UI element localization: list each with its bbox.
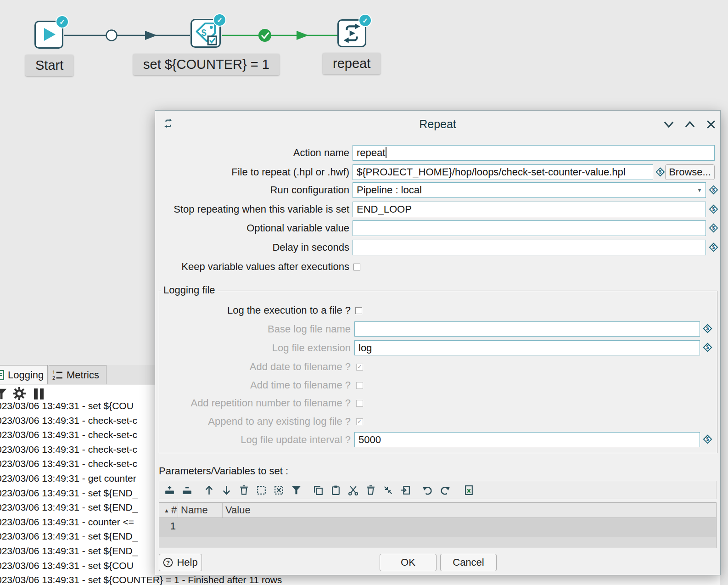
base-log-name-input[interactable] [354, 321, 700, 337]
copy-rows-icon[interactable] [313, 484, 324, 496]
base-log-name-label: Base log file name [155, 321, 351, 337]
svg-text:$: $ [712, 244, 715, 250]
column-separator [178, 503, 178, 518]
file-to-repeat-input[interactable]: ${PROJECT_HOME}/hop/loops/check-set-coun… [353, 164, 653, 180]
insert-row-icon[interactable] [164, 484, 175, 496]
copy-row-to-others-icon[interactable] [400, 484, 411, 496]
variable-icon[interactable]: $ [709, 223, 718, 233]
paste-rows-icon[interactable] [330, 484, 342, 496]
svg-text:$: $ [712, 187, 715, 192]
column-separator [222, 503, 223, 518]
action-name-input[interactable]: repeat [353, 145, 715, 161]
table-empty-area[interactable] [159, 537, 717, 548]
svg-text:$: $ [706, 344, 709, 350]
update-interval-label: Log file update interval ? [155, 432, 351, 448]
delay-seconds-label: Delay in seconds [155, 240, 349, 255]
pause-log-icon[interactable] [34, 388, 38, 399]
svg-text:$: $ [706, 326, 709, 331]
delete-rows-icon[interactable] [365, 484, 376, 496]
move-up-icon[interactable] [203, 484, 215, 496]
stop-variable-input[interactable]: END_LOOP [353, 202, 706, 217]
log-settings-gear-icon[interactable] [12, 386, 27, 401]
column-header-value[interactable]: Value [225, 503, 251, 518]
repeat-dialog: Repeat Action name repeat File to repeat… [155, 110, 721, 575]
clear-rows-icon[interactable] [238, 484, 250, 496]
append-existing-checkbox[interactable] [356, 418, 363, 425]
column-header-name[interactable]: Name [181, 503, 208, 518]
keep-selected-icon[interactable] [382, 484, 394, 496]
set-variables-action-node[interactable]: $ ✓ [190, 19, 221, 48]
delete-row-icon[interactable] [181, 484, 193, 496]
canvas-right-margin [720, 0, 728, 585]
optional-value-label: Optional variable value [155, 220, 349, 236]
maximize-dialog-icon[interactable] [684, 118, 696, 130]
keep-values-checkbox[interactable] [353, 264, 360, 270]
variable-icon[interactable]: $ [709, 242, 718, 252]
log-extension-input[interactable]: log [354, 340, 700, 355]
play-icon [44, 28, 56, 41]
tab-metrics[interactable]: 1 2 Metrics [49, 365, 106, 384]
add-date-label: Add date to filename ? [155, 359, 351, 375]
dialog-title: Repeat [155, 111, 720, 135]
arrowhead-icon [297, 31, 308, 40]
table-row[interactable]: 1 [159, 518, 717, 537]
variable-icon[interactable]: $ [655, 167, 665, 177]
pause-log-icon-bar[interactable] [40, 388, 44, 399]
column-header-num[interactable]: # [171, 503, 177, 518]
browse-button[interactable]: Browse... [665, 164, 715, 180]
repeat-action-label[interactable]: repeat [323, 53, 381, 74]
svg-text:2: 2 [52, 375, 55, 381]
row-number: 1 [159, 520, 176, 532]
logging-tab-icon [0, 370, 5, 381]
repeat-action-node[interactable]: ✓ [337, 19, 366, 47]
variable-icon[interactable]: $ [709, 185, 718, 195]
parameters-toolbar [159, 481, 717, 499]
add-date-checkbox[interactable] [356, 364, 363, 371]
cut-rows-icon[interactable] [347, 484, 359, 496]
add-time-label: Add time to filename ? [155, 377, 351, 393]
stop-variable-label: Stop repeating when this variable is set [155, 202, 349, 217]
redo-icon[interactable] [439, 484, 451, 496]
metrics-tab-icon: 1 2 [52, 370, 63, 381]
update-interval-input[interactable]: 5000 [354, 432, 700, 447]
svg-text:$: $ [712, 225, 715, 231]
text-cursor [386, 147, 386, 158]
move-down-icon[interactable] [221, 484, 232, 496]
add-repetition-checkbox[interactable] [356, 400, 363, 407]
start-action-label[interactable]: Start [25, 55, 73, 76]
sort-ascending-icon[interactable]: ▲ [164, 503, 169, 518]
success-check-badge: ✓ [56, 15, 69, 28]
select-all-icon[interactable] [256, 484, 267, 496]
log-filter-icon[interactable] [0, 387, 8, 401]
log-extension-label: Log file extension [155, 340, 351, 356]
run-configuration-combo[interactable]: Pipeline : local ▼ [353, 182, 706, 198]
ok-button[interactable]: OK [380, 554, 437, 571]
success-check-badge: ✓ [358, 14, 372, 27]
minimize-dialog-icon[interactable] [663, 118, 675, 130]
optional-value-input[interactable] [353, 220, 706, 236]
variable-icon[interactable]: $ [703, 324, 712, 333]
variable-icon[interactable]: $ [703, 343, 712, 352]
success-check-badge: ✓ [213, 13, 226, 27]
set-counter-action-label[interactable]: set ${COUNTER} = 1 [133, 54, 280, 75]
log-to-file-checkbox[interactable] [355, 307, 362, 314]
run-configuration-label: Run configuration [155, 182, 349, 198]
undo-icon[interactable] [422, 484, 433, 496]
cancel-button[interactable]: Cancel [440, 554, 497, 571]
svg-text:$: $ [712, 206, 715, 212]
variable-icon[interactable]: $ [709, 204, 718, 214]
filter-icon[interactable] [291, 484, 302, 496]
help-icon: ? [163, 557, 173, 568]
variable-icon[interactable]: $ [703, 434, 712, 444]
start-action-node[interactable]: ✓ [34, 21, 63, 49]
clear-selection-icon[interactable] [273, 484, 285, 496]
help-button[interactable]: ? Help [159, 554, 202, 571]
tab-logging[interactable]: Logging [0, 365, 48, 384]
append-existing-label: Append to any existing log file ? [155, 414, 351, 429]
export-excel-icon[interactable] [463, 484, 475, 496]
close-dialog-icon[interactable] [705, 118, 717, 130]
add-time-checkbox[interactable] [356, 382, 363, 389]
chevron-down-icon[interactable]: ▼ [694, 183, 706, 197]
delay-seconds-input[interactable] [353, 240, 706, 255]
svg-text:?: ? [166, 559, 170, 566]
